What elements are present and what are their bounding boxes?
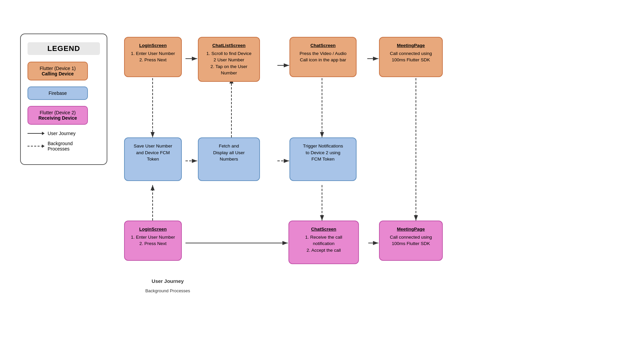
node-trigger-notifications: Trigger Notificationsto Device 2 usingFC… [289, 137, 357, 181]
node-chat-screen-device2: ChatScreen 1. Receive the callnotificati… [288, 221, 359, 264]
node-fetch-display-numbers: Fetch andDisplay all UserNumbers [198, 137, 260, 181]
legend-box-blue: Firebase [28, 86, 88, 100]
node-save-user-number: Save User Numberand Device FCM Token [124, 137, 182, 181]
dashed-arrow-icon [28, 146, 44, 146]
legend-box-orange: Flutter (Device 1)Calling Device [28, 62, 88, 80]
node-chat-screen-device1-title: ChatScreen [296, 42, 351, 49]
main-diagram: LoginScreen 1. Enter User Number2. Press… [121, 27, 624, 335]
legend-panel: LEGEND Flutter (Device 1)Calling Device … [20, 34, 107, 165]
solid-arrow-icon [28, 133, 44, 134]
legend-orange-label: Flutter (Device 1)Calling Device [40, 66, 75, 76]
node-meeting-page-device2: MeetingPage Call connected using100ms Fl… [379, 221, 443, 261]
diagram-container: LEGEND Flutter (Device 1)Calling Device … [20, 27, 624, 335]
legend-pink-label: Flutter (Device 2)Receiving Device [38, 110, 77, 121]
node-chat-list-screen-title: ChatListScreen [204, 42, 254, 49]
node-chat-screen-device1-body: Press the Video / AudioCall icon in the … [296, 50, 351, 63]
node-trigger-notifications-body: Trigger Notificationsto Device 2 usingFC… [296, 143, 351, 163]
node-chat-screen-device1: ChatScreen Press the Video / AudioCall i… [289, 37, 357, 77]
node-chat-screen-device2-title: ChatScreen [294, 226, 353, 233]
legend-item-pink: Flutter (Device 2)Receiving Device [28, 106, 100, 125]
legend-box-pink: Flutter (Device 2)Receiving Device [28, 106, 88, 125]
legend-dashed-label: BackgroundProcesses [48, 141, 73, 152]
node-meeting-page-device1-body: Call connected using100ms Flutter SDK [385, 50, 437, 63]
node-meeting-page-device1: MeetingPage Call connected using100ms Fl… [379, 37, 443, 77]
node-login-screen-device1-title: LoginScreen [130, 42, 176, 49]
node-meeting-page-device2-title: MeetingPage [385, 226, 437, 233]
node-login-screen-device2-body: 1. Enter User Number2. Press Next [130, 234, 176, 247]
node-fetch-display-numbers-body: Fetch andDisplay all UserNumbers [204, 143, 254, 163]
legend-solid-label: User Journey [48, 131, 75, 136]
legend-item-blue: Firebase [28, 86, 100, 100]
node-chat-list-screen-body: 1. Scroll to find Device2 User Number2. … [204, 50, 254, 76]
legend-arrow-solid-row: User Journey [28, 131, 100, 136]
node-meeting-page-device2-body: Call connected using100ms Flutter SDK [385, 234, 437, 247]
legend-arrow-dashed-row: BackgroundProcesses [28, 141, 100, 152]
legend-blue-label: Firebase [49, 90, 67, 96]
legend-title: LEGEND [28, 42, 100, 55]
node-save-user-number-body: Save User Numberand Device FCM Token [130, 143, 176, 163]
node-login-screen-device2: LoginScreen 1. Enter User Number2. Press… [124, 221, 182, 261]
node-login-screen-device1: LoginScreen 1. Enter User Number2. Press… [124, 37, 182, 77]
node-meeting-page-device1-title: MeetingPage [385, 42, 437, 49]
node-chat-screen-device2-body: 1. Receive the callnotification2. Accept… [294, 234, 353, 254]
node-chat-list-screen: ChatListScreen 1. Scroll to find Device2… [198, 37, 260, 82]
legend-item-orange: Flutter (Device 1)Calling Device [28, 62, 100, 80]
node-login-screen-device1-body: 1. Enter User Number2. Press Next [130, 50, 176, 63]
background-processes-label: Background Processes [124, 288, 211, 293]
node-login-screen-device2-title: LoginScreen [130, 226, 176, 233]
user-journey-label: User Journey [124, 278, 211, 284]
